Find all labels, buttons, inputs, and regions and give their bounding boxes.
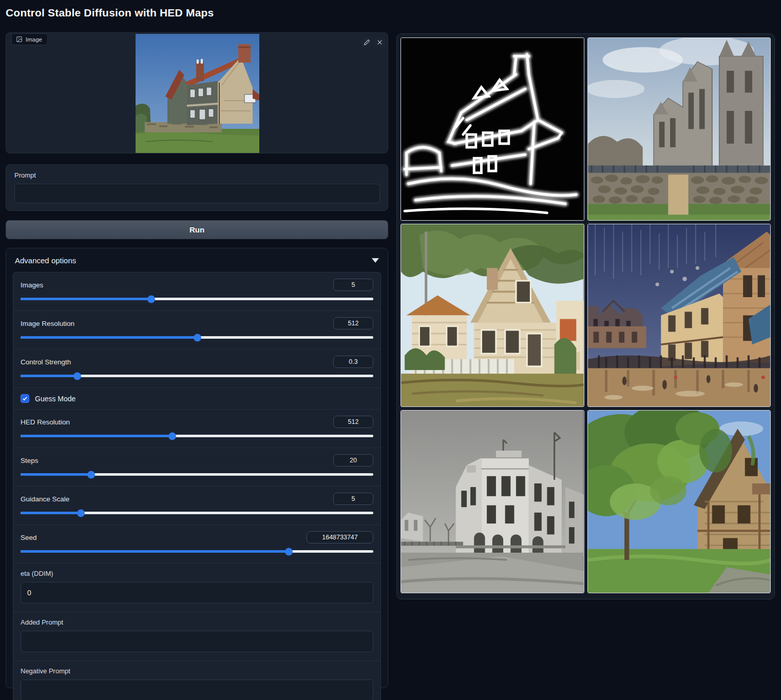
negative-prompt-row: Negative Prompt [13, 660, 380, 700]
seed-row: Seed [13, 524, 380, 563]
steps-slider-handle[interactable] [87, 471, 95, 478]
prompt-input[interactable] [14, 184, 380, 203]
control-strength-row: Control Strength [13, 349, 380, 387]
steps-label: Steps [21, 457, 39, 464]
seed-slider-handle[interactable] [285, 548, 293, 555]
gallery-item-stone-house[interactable] [587, 410, 771, 593]
guidance-scale-value-input[interactable] [333, 493, 373, 505]
gallery-item-wooden-house-painting[interactable] [401, 224, 584, 407]
prompt-label: Prompt [14, 171, 36, 179]
eta-label: eta (DDIM) [21, 570, 373, 577]
hed-resolution-value-input[interactable] [333, 416, 373, 428]
stone-house-image [588, 411, 771, 593]
steps-slider[interactable] [21, 473, 373, 476]
advanced-options-accordion: Advanced options Images Image Resolution [6, 248, 388, 688]
guidance-scale-slider-handle[interactable] [77, 509, 85, 517]
output-gallery [396, 33, 775, 599]
page-title: Control Stable Diffusion with HED Maps [6, 7, 214, 19]
advanced-options-title: Advanced options [15, 256, 76, 265]
guidance-scale-slider[interactable] [21, 512, 373, 514]
check-icon [22, 396, 28, 401]
images-label: Images [21, 281, 43, 289]
image-resolution-row: Image Resolution [13, 310, 380, 349]
guess-mode-label: Guess Mode [35, 395, 75, 403]
steps-value-input[interactable] [333, 454, 373, 466]
gallery-item-gothic-cathedral[interactable] [587, 37, 771, 221]
hed-resolution-slider-handle[interactable] [168, 432, 176, 440]
gallery-item-rainy-impressionist[interactable] [587, 224, 771, 407]
gallery-item-hed-edge-map[interactable] [401, 37, 584, 221]
hed-resolution-slider[interactable] [21, 435, 373, 437]
images-slider-handle[interactable] [147, 295, 155, 303]
image-resolution-label: Image Resolution [21, 320, 74, 327]
rainy-impressionist-image [588, 224, 771, 406]
steps-row: Steps [13, 448, 380, 486]
eta-input[interactable] [21, 582, 373, 604]
edit-image-button[interactable] [361, 37, 372, 48]
gallery-item-bw-building[interactable] [401, 410, 584, 593]
seed-slider[interactable] [21, 550, 373, 553]
added-prompt-row: Added Prompt [13, 612, 380, 660]
uploaded-house-photo [136, 34, 259, 153]
hed-resolution-label: HED Resolution [21, 418, 70, 426]
guidance-scale-row: Guidance Scale [13, 486, 380, 524]
eta-row: eta (DDIM) [13, 563, 380, 612]
close-icon [376, 39, 383, 46]
control-strength-value-input[interactable] [333, 356, 373, 368]
added-prompt-input[interactable] [21, 631, 373, 652]
hed-resolution-row: HED Resolution [13, 409, 380, 448]
guidance-scale-label: Guidance Scale [21, 495, 69, 503]
image-resolution-slider-handle[interactable] [194, 334, 201, 341]
prompt-block: Prompt [6, 164, 388, 211]
guess-mode-row: Guess Mode [13, 387, 380, 409]
pencil-icon [364, 39, 370, 46]
control-strength-label: Control Strength [21, 358, 71, 366]
run-button[interactable]: Run [6, 220, 388, 239]
negative-prompt-label: Negative Prompt [21, 667, 373, 675]
images-slider[interactable] [21, 298, 373, 300]
control-strength-slider-handle[interactable] [73, 372, 81, 380]
image-input-label-text: Image [26, 36, 42, 43]
seed-label: Seed [21, 534, 37, 541]
triangle-down-icon [372, 258, 379, 263]
added-prompt-label: Added Prompt [21, 618, 373, 626]
advanced-options-header[interactable]: Advanced options [6, 248, 388, 272]
images-value-input[interactable] [333, 279, 373, 291]
image-icon [16, 36, 23, 43]
gothic-cathedral-image [588, 38, 771, 220]
bw-building-image [401, 411, 584, 593]
image-input-label: Image [11, 33, 48, 45]
image-input-component[interactable]: Image [6, 32, 388, 153]
image-resolution-value-input[interactable] [333, 317, 373, 329]
negative-prompt-input[interactable] [21, 679, 373, 700]
wooden-house-painting-image [401, 224, 584, 406]
advanced-options-body: Images Image Resolution Control Strength [13, 272, 381, 700]
hed-edge-map-image [401, 38, 584, 220]
image-resolution-slider[interactable] [21, 336, 373, 339]
images-row: Images [13, 273, 380, 310]
control-strength-slider[interactable] [21, 375, 373, 377]
guess-mode-checkbox[interactable] [21, 394, 29, 403]
seed-value-input[interactable] [307, 531, 373, 543]
clear-image-button[interactable] [374, 37, 385, 48]
